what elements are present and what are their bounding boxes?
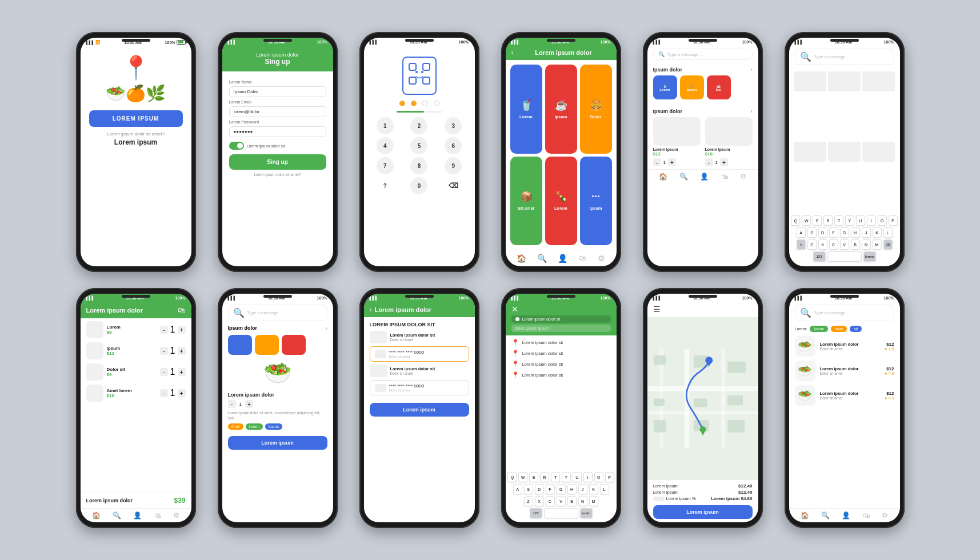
p8-minus[interactable]: - xyxy=(228,400,236,408)
bag-icon-7[interactable]: 🛍 xyxy=(178,306,186,315)
key-r[interactable]: R xyxy=(823,215,833,226)
key-n[interactable]: N xyxy=(862,239,871,250)
key-d[interactable]: D xyxy=(818,227,827,238)
key-7[interactable]: 7 xyxy=(377,157,394,174)
kb10-a[interactable]: A xyxy=(513,484,522,494)
tag-3[interactable]: Ipsum xyxy=(265,423,282,430)
nav-search-7[interactable]: 🔍 xyxy=(113,511,121,519)
nav-search-12[interactable]: 🔍 xyxy=(821,511,830,519)
card-input-2[interactable]: **** **** **** 0000 Dolor sit amet xyxy=(370,380,469,395)
tag-2[interactable]: Lorem xyxy=(246,423,263,430)
cart-plus-2[interactable]: + xyxy=(178,347,186,355)
kb10-l[interactable]: L xyxy=(600,484,609,494)
key-g[interactable]: G xyxy=(840,227,849,238)
menu-item-more[interactable]: ··· Ipsum xyxy=(580,157,612,246)
cart-minus-3[interactable]: - xyxy=(160,368,168,376)
kb10-r[interactable]: R xyxy=(540,472,549,482)
nav-bag-12[interactable]: 🛍 xyxy=(863,511,870,519)
key-delete[interactable]: ⌫ xyxy=(445,177,462,194)
key-z[interactable]: Z xyxy=(807,239,817,250)
search-bar-8[interactable]: 🔍 Type a message ... xyxy=(228,305,327,321)
key-shift[interactable]: ⇧ xyxy=(797,239,806,250)
signup-button[interactable]: Sing up xyxy=(229,154,326,170)
kb10-s[interactable]: S xyxy=(524,484,533,494)
kb10-n[interactable]: N xyxy=(578,496,587,506)
kb10-i[interactable]: I xyxy=(583,472,593,482)
key-b[interactable]: B xyxy=(851,239,860,250)
nav-bag-icon[interactable]: 🛍 xyxy=(579,254,587,263)
search-bar-5[interactable]: 🔍 Type a message ... xyxy=(653,49,753,60)
kb10-w[interactable]: W xyxy=(518,472,527,482)
menu-item-drink[interactable]: 🥤 Lorem xyxy=(510,65,542,154)
cat-item-3[interactable]: ☕ Dol xyxy=(707,75,731,99)
cart-plus-3[interactable]: + xyxy=(178,368,186,376)
lorem-ipsum-button[interactable]: LOREM IPSUM xyxy=(89,110,183,127)
kb10-t[interactable]: T xyxy=(551,472,560,482)
menu-item-box[interactable]: 📦 Sit amet xyxy=(510,157,542,246)
key-k[interactable]: K xyxy=(873,227,882,238)
kb10-k[interactable]: K xyxy=(589,484,598,494)
cart-minus-4[interactable]: - xyxy=(160,389,168,397)
p8-cat-1[interactable] xyxy=(228,335,252,355)
key-m[interactable]: M xyxy=(873,239,882,250)
kb10-v[interactable]: V xyxy=(557,496,566,506)
kb10-m[interactable]: M xyxy=(589,496,598,506)
menu-item-bottle[interactable]: 🍾 Lorem xyxy=(545,157,577,246)
key-q[interactable]: Q xyxy=(791,215,800,226)
cart-minus-1[interactable]: - xyxy=(160,326,168,334)
minus-btn-1[interactable]: - xyxy=(653,158,661,166)
nav-settings-icon[interactable]: ⚙ xyxy=(598,254,605,263)
key-i[interactable]: I xyxy=(867,215,876,226)
section-arrow-1[interactable]: › xyxy=(750,66,752,73)
kb10-o[interactable]: O xyxy=(594,472,603,482)
key-question[interactable]: ? xyxy=(377,177,394,194)
filter-3[interactable]: sit xyxy=(850,326,862,332)
nav-user-7[interactable]: 👤 xyxy=(133,511,142,519)
filter-2[interactable]: dolor xyxy=(831,326,847,332)
key-a[interactable]: A xyxy=(797,227,806,238)
key-u[interactable]: U xyxy=(856,215,865,226)
key-9[interactable]: 9 xyxy=(445,157,462,174)
kb10-f[interactable]: F xyxy=(546,484,555,494)
key-h[interactable]: H xyxy=(851,227,860,238)
kb10-space[interactable] xyxy=(544,508,578,518)
cart-plus-1[interactable]: + xyxy=(178,326,186,334)
kb10-c[interactable]: C xyxy=(546,496,555,506)
key-1[interactable]: 1 xyxy=(377,117,394,134)
key-4[interactable]: 4 xyxy=(377,137,394,154)
plus-btn-1[interactable]: + xyxy=(668,158,676,166)
kb10-return[interactable]: lorem xyxy=(580,508,593,518)
key-o[interactable]: O xyxy=(878,215,887,226)
nav-home-icon[interactable]: 🏠 xyxy=(517,254,526,263)
key-c[interactable]: C xyxy=(829,239,838,250)
section-arrow-2[interactable]: › xyxy=(750,108,752,114)
key-8[interactable]: 8 xyxy=(410,157,427,174)
search-bar-12[interactable]: 🔍 Type a message ... xyxy=(795,305,894,321)
menu-item-burger[interactable]: 🍔 Dolor xyxy=(580,65,612,154)
nav-settings-12[interactable]: ⚙ xyxy=(882,511,888,519)
kb10-z[interactable]: Z xyxy=(524,496,533,506)
key-0[interactable]: 0 xyxy=(410,177,427,194)
cat-item-1[interactable]: 🥤 Lorem xyxy=(653,75,677,99)
kb10-h[interactable]: H xyxy=(567,484,577,494)
nav-search-icon[interactable]: 🔍 xyxy=(537,254,547,263)
kb10-x[interactable]: X xyxy=(535,496,544,506)
cart-minus-2[interactable]: - xyxy=(160,347,168,355)
menu-item-coffee[interactable]: ☕ Ipsum xyxy=(545,65,577,154)
key-v[interactable]: V xyxy=(840,239,849,250)
kb10-y[interactable]: Y xyxy=(562,472,571,482)
kb10-u[interactable]: U xyxy=(573,472,582,482)
nav-bag-5[interactable]: 🛍 xyxy=(721,173,728,181)
password-input[interactable] xyxy=(229,126,326,137)
nav-search-5[interactable]: 🔍 xyxy=(679,173,688,181)
key-p[interactable]: P xyxy=(889,215,898,226)
p8-cat-3[interactable] xyxy=(282,335,306,355)
key-s[interactable]: S xyxy=(807,227,817,238)
minus-btn-2[interactable]: - xyxy=(705,158,713,166)
nav-user-icon[interactable]: 👤 xyxy=(558,254,567,263)
p8-button[interactable]: Lorem ipsum xyxy=(228,436,327,450)
checkout-button[interactable]: Lorem ipsum xyxy=(370,403,469,417)
menu-icon-11[interactable]: ☰ xyxy=(653,305,661,314)
card-input-1[interactable]: **** **** **** 0000 Dolor sit amet xyxy=(370,346,469,362)
key-backspace[interactable]: ⌫ xyxy=(883,239,893,250)
